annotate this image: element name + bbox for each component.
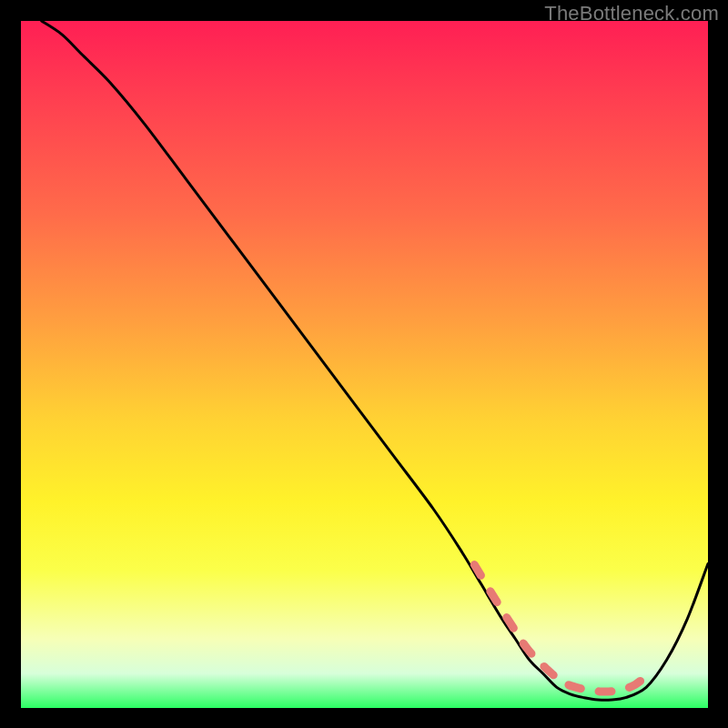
plot-area xyxy=(21,21,708,708)
curve-overlay xyxy=(21,21,708,708)
flat-region-dash xyxy=(474,565,652,693)
bottleneck-curve xyxy=(42,21,708,700)
chart-stage: TheBottleneck.com xyxy=(0,0,728,728)
